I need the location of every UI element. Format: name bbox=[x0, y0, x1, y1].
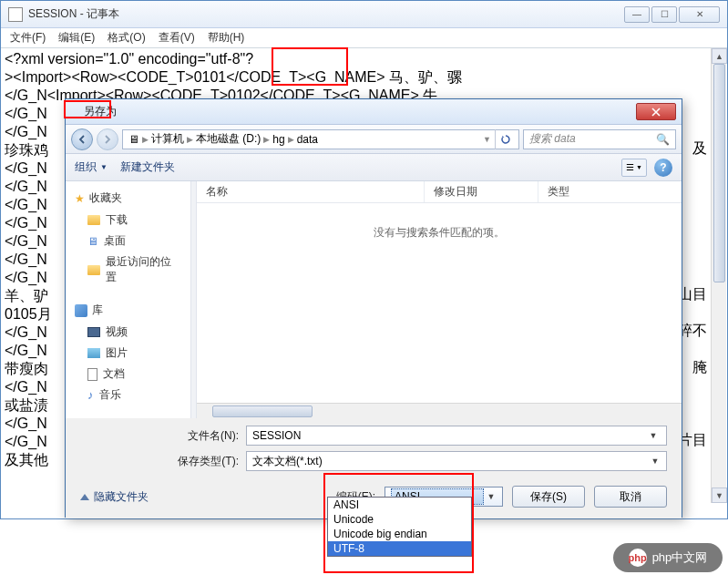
document-icon bbox=[87, 368, 97, 381]
breadcrumb-computer-icon[interactable]: 🖥 bbox=[127, 133, 141, 146]
encoding-option-ansi[interactable]: ANSI bbox=[328, 498, 471, 512]
save-button[interactable]: 保存(S) bbox=[512, 486, 585, 508]
notepad-menubar: 文件(F) 编辑(E) 格式(O) 查看(V) 帮助(H) bbox=[1, 28, 727, 48]
filename-label: 文件名(N): bbox=[166, 428, 239, 444]
arrow-left-icon bbox=[77, 135, 87, 144]
folder-icon bbox=[87, 265, 100, 275]
sidebar-item-videos[interactable]: 视频 bbox=[66, 322, 190, 343]
chevron-right-icon: ▶ bbox=[141, 135, 149, 144]
saveas-titlebar: 另存为 bbox=[66, 99, 682, 125]
encoding-option-unicode[interactable]: Unicode bbox=[328, 512, 471, 527]
text-line: <?xml version="1.0" encoding="utf-8"? bbox=[5, 50, 723, 68]
sidebar-item-downloads[interactable]: 下载 bbox=[66, 210, 190, 231]
caret-up-icon bbox=[80, 494, 89, 500]
column-date[interactable]: 修改日期 bbox=[425, 181, 538, 202]
chevron-down-icon[interactable]: ▼ bbox=[484, 492, 498, 501]
menu-file[interactable]: 文件(F) bbox=[5, 28, 51, 47]
scroll-up-button[interactable]: ▲ bbox=[712, 48, 727, 64]
chevron-down-icon[interactable]: ▼ bbox=[646, 431, 661, 440]
sidebar-group-libraries[interactable]: 库 bbox=[66, 299, 190, 322]
folder-icon bbox=[87, 215, 100, 225]
saveas-title: 另存为 bbox=[71, 104, 636, 119]
breadcrumb-segment[interactable]: 本地磁盘 (D:) bbox=[194, 131, 262, 147]
search-placeholder: 搜索 data bbox=[529, 131, 576, 147]
cancel-button[interactable]: 取消 bbox=[594, 486, 667, 508]
video-icon bbox=[87, 327, 100, 337]
search-input[interactable]: 搜索 data 🔍 bbox=[523, 129, 676, 149]
dialog-body: ★ 收藏夹 下载 🖥 桌面 最近访问的位置 库 视频 bbox=[66, 181, 682, 418]
text-line: ><Import><Row><CODE_T>0101</CODE_T><G_NA… bbox=[5, 68, 723, 87]
watermark-text: php中文网 bbox=[652, 549, 708, 566]
breadcrumb-segment[interactable]: hg bbox=[271, 133, 286, 146]
column-name[interactable]: 名称 bbox=[197, 181, 425, 202]
sidebar-item-desktop[interactable]: 🖥 桌面 bbox=[66, 231, 190, 251]
library-icon bbox=[75, 304, 87, 317]
new-folder-button[interactable]: 新建文件夹 bbox=[120, 159, 175, 175]
vertical-scrollbar[interactable]: ▲ ▼ bbox=[711, 48, 726, 503]
encoding-option-unicode-be[interactable]: Unicode big endian bbox=[328, 527, 471, 541]
notepad-title: SESSION - 记事本 bbox=[28, 6, 624, 22]
desktop-icon: 🖥 bbox=[87, 235, 98, 248]
scroll-down-button[interactable]: ▼ bbox=[712, 488, 727, 503]
filetype-label: 保存类型(T): bbox=[166, 454, 239, 469]
maximize-button[interactable]: ☐ bbox=[651, 6, 677, 23]
navigation-sidebar: ★ 收藏夹 下载 🖥 桌面 最近访问的位置 库 视频 bbox=[66, 181, 191, 418]
chevron-down-icon: ▼ bbox=[636, 164, 642, 170]
text-fragment: 及 bbox=[692, 139, 707, 158]
nav-forward-button[interactable] bbox=[97, 128, 118, 150]
file-list-header: 名称 修改日期 类型 bbox=[197, 181, 682, 203]
list-view-icon: ☰ bbox=[626, 162, 634, 172]
scroll-thumb[interactable] bbox=[212, 405, 313, 417]
breadcrumb-dropdown-arrow[interactable]: ▼ bbox=[479, 135, 495, 144]
filetype-combo[interactable]: 文本文档(*.txt) ▼ bbox=[246, 451, 667, 471]
menu-edit[interactable]: 编辑(E) bbox=[53, 28, 100, 47]
window-buttons: — ☐ ✕ bbox=[624, 6, 720, 23]
filename-input[interactable]: SESSION ▼ bbox=[246, 426, 667, 446]
help-button[interactable]: ? bbox=[654, 159, 672, 177]
empty-message: 没有与搜索条件匹配的项。 bbox=[197, 203, 682, 403]
minimize-button[interactable]: — bbox=[624, 6, 650, 23]
organize-menu[interactable]: 组织 ▼ bbox=[75, 159, 108, 175]
watermark-badge: php php中文网 bbox=[613, 543, 723, 572]
chevron-down-icon: ▼ bbox=[100, 163, 108, 171]
breadcrumb-segment[interactable]: 计算机 bbox=[149, 131, 186, 147]
view-mode-button[interactable]: ☰ ▼ bbox=[621, 159, 647, 177]
refresh-button[interactable] bbox=[495, 129, 515, 149]
notepad-titlebar: SESSION - 记事本 — ☐ ✕ bbox=[1, 1, 727, 28]
star-icon: ★ bbox=[75, 192, 85, 205]
scroll-thumb[interactable] bbox=[713, 64, 725, 282]
picture-icon bbox=[87, 348, 100, 358]
search-icon: 🔍 bbox=[656, 133, 670, 146]
horizontal-scrollbar[interactable] bbox=[197, 403, 682, 418]
sidebar-item-pictures[interactable]: 图片 bbox=[66, 343, 190, 364]
php-logo-icon: php bbox=[629, 549, 647, 567]
nav-back-button[interactable] bbox=[71, 128, 93, 150]
column-type[interactable]: 类型 bbox=[538, 181, 682, 202]
hide-folders-toggle[interactable]: 隐藏文件夹 bbox=[80, 489, 149, 505]
file-list: 名称 修改日期 类型 没有与搜索条件匹配的项。 bbox=[197, 181, 682, 418]
navigation-bar: 🖥 ▶ 计算机 ▶ 本地磁盘 (D:) ▶ hg ▶ data ▼ 搜索 dat… bbox=[66, 125, 682, 154]
close-button[interactable]: ✕ bbox=[679, 6, 720, 23]
close-icon bbox=[651, 108, 661, 117]
encoding-option-utf8[interactable]: UTF-8 bbox=[328, 541, 471, 556]
sidebar-item-documents[interactable]: 文档 bbox=[66, 364, 190, 385]
file-fields: 文件名(N): SESSION ▼ 保存类型(T): 文本文档(*.txt) ▼ bbox=[66, 418, 682, 480]
chevron-right-icon: ▶ bbox=[186, 135, 194, 144]
breadcrumb[interactable]: 🖥 ▶ 计算机 ▶ 本地磁盘 (D:) ▶ hg ▶ data ▼ bbox=[122, 129, 519, 149]
menu-view[interactable]: 查看(V) bbox=[153, 28, 200, 47]
dialog-toolbar: 组织 ▼ 新建文件夹 ☰ ▼ ? bbox=[66, 154, 682, 181]
music-icon: ♪ bbox=[87, 388, 94, 402]
sidebar-group-favorites[interactable]: ★ 收藏夹 bbox=[66, 187, 190, 210]
notepad-app-icon bbox=[8, 7, 23, 22]
dialog-close-button[interactable] bbox=[636, 103, 676, 120]
chevron-right-icon: ▶ bbox=[287, 135, 295, 144]
chevron-down-icon[interactable]: ▼ bbox=[648, 457, 662, 466]
menu-format[interactable]: 格式(O) bbox=[102, 28, 150, 47]
sidebar-item-recent[interactable]: 最近访问的位置 bbox=[66, 251, 190, 288]
save-as-dialog: 另存为 🖥 ▶ 计算机 ▶ 本地磁盘 (D:) ▶ hg ▶ data ▼ bbox=[65, 98, 682, 518]
sidebar-item-music[interactable]: ♪ 音乐 bbox=[66, 385, 190, 405]
arrow-right-icon bbox=[103, 135, 112, 144]
menu-help[interactable]: 帮助(H) bbox=[202, 28, 251, 47]
refresh-icon bbox=[500, 134, 511, 145]
breadcrumb-segment[interactable]: data bbox=[295, 133, 320, 146]
